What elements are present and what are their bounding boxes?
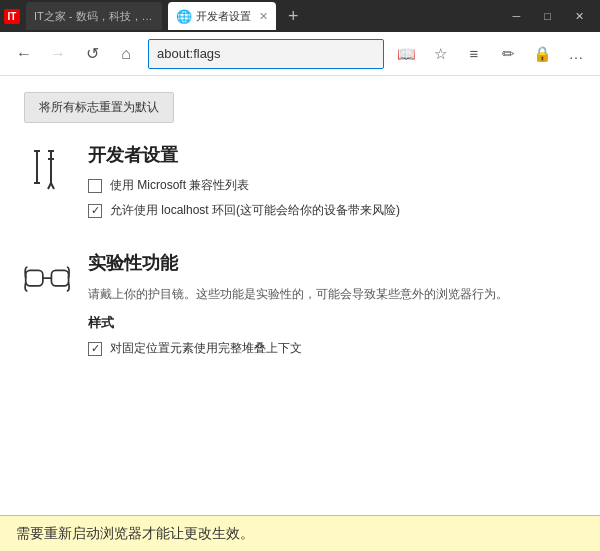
maximize-button[interactable]: □ xyxy=(532,0,563,32)
dev-checkbox1[interactable] xyxy=(88,179,102,193)
experimental-section-title: 实验性功能 xyxy=(88,251,576,275)
exp-checkbox1-label: 对固定位置元素使用完整堆叠上下文 xyxy=(110,340,302,357)
experimental-section-body: 实验性功能 请戴上你的护目镜。这些功能是实验性的，可能会导致某些意外的浏览器行为… xyxy=(88,251,576,365)
window-controls: ─ □ ✕ xyxy=(501,0,596,32)
dev-checkbox2-row: 允许使用 localhost 环回(这可能会给你的设备带来风险) xyxy=(88,202,576,219)
refresh-button[interactable]: ↺ xyxy=(76,38,108,70)
address-input[interactable] xyxy=(157,46,375,61)
minimize-button[interactable]: ─ xyxy=(501,0,533,32)
favorites-button[interactable]: ☆ xyxy=(424,38,456,70)
more-button[interactable]: … xyxy=(560,38,592,70)
dev-checkbox2[interactable] xyxy=(88,204,102,218)
tab-active-label: 开发者设置 xyxy=(196,9,251,24)
notes-button[interactable]: ✏ xyxy=(492,38,524,70)
exp-checkbox1-row: 对固定位置元素使用完整堆叠上下文 xyxy=(88,340,576,357)
nav-bar: ← → ↺ ⌂ 📖 ☆ ≡ ✏ 🔒 … xyxy=(0,32,600,76)
new-tab-button[interactable]: + xyxy=(282,6,305,27)
home-button[interactable]: ⌂ xyxy=(110,38,142,70)
status-bar: 需要重新启动浏览器才能让更改生效。 xyxy=(0,515,600,551)
back-button[interactable]: ← xyxy=(8,38,40,70)
dev-section-icon xyxy=(24,143,72,227)
experimental-subsection-title: 样式 xyxy=(88,314,576,332)
experimental-section-icon xyxy=(24,251,72,365)
tab-inactive[interactable]: IT之家 - 数码，科技，生活 xyxy=(26,2,162,30)
dev-checkbox1-label: 使用 Microsoft 兼容性列表 xyxy=(110,177,249,194)
forward-button[interactable]: → xyxy=(42,38,74,70)
title-bar-left: IT IT之家 - 数码，科技，生活 🌐 开发者设置 ✕ + xyxy=(4,2,501,30)
hub-button[interactable]: ≡ xyxy=(458,38,490,70)
experimental-section: 实验性功能 请戴上你的护目镜。这些功能是实验性的，可能会导致某些意外的浏览器行为… xyxy=(24,251,576,365)
nav-icons-right: 📖 ☆ ≡ ✏ 🔒 … xyxy=(390,38,592,70)
svg-rect-9 xyxy=(51,270,68,285)
tab-inactive-label: IT之家 - 数码，科技，生活 xyxy=(34,9,154,24)
exp-checkbox1[interactable] xyxy=(88,342,102,356)
tools-icon xyxy=(29,147,67,195)
title-bar: IT IT之家 - 数码，科技，生活 🌐 开发者设置 ✕ + ─ □ ✕ xyxy=(0,0,600,32)
reset-flags-button[interactable]: 将所有标志重置为默认 xyxy=(24,92,174,123)
it-logo: IT xyxy=(4,9,20,24)
experimental-section-desc: 请戴上你的护目镜。这些功能是实验性的，可能会导致某些意外的浏览器行为。 xyxy=(88,285,576,304)
address-bar[interactable] xyxy=(148,39,384,69)
status-text: 需要重新启动浏览器才能让更改生效。 xyxy=(16,525,254,543)
share-button[interactable]: 🔒 xyxy=(526,38,558,70)
close-button[interactable]: ✕ xyxy=(563,0,596,32)
dev-checkbox2-label: 允许使用 localhost 环回(这可能会给你的设备带来风险) xyxy=(110,202,400,219)
dev-checkbox1-row: 使用 Microsoft 兼容性列表 xyxy=(88,177,576,194)
dev-section-title: 开发者设置 xyxy=(88,143,576,167)
dev-section: 开发者设置 使用 Microsoft 兼容性列表 允许使用 localhost … xyxy=(24,143,576,227)
goggles-icon xyxy=(24,263,72,295)
tab-close-button[interactable]: ✕ xyxy=(259,10,268,23)
reading-mode-button[interactable]: 📖 xyxy=(390,38,422,70)
dev-section-body: 开发者设置 使用 Microsoft 兼容性列表 允许使用 localhost … xyxy=(88,143,576,227)
tab-active[interactable]: 🌐 开发者设置 ✕ xyxy=(168,2,276,30)
main-content: 将所有标志重置为默认 开发者设置 使用 Microsoft 兼容性列表 xyxy=(0,76,600,515)
edge-icon: 🌐 xyxy=(176,9,192,24)
svg-line-7 xyxy=(51,183,54,189)
svg-rect-8 xyxy=(26,270,43,285)
